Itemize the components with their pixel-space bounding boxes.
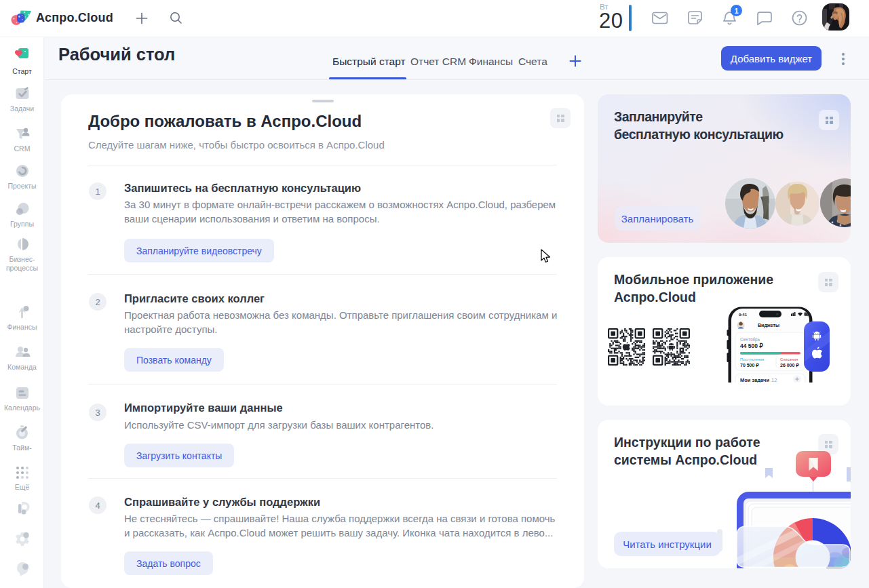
- svg-text:9:41: 9:41: [739, 313, 748, 317]
- svg-text:26 000 ₽: 26 000 ₽: [780, 363, 799, 368]
- svg-text:44 500 ₽: 44 500 ₽: [740, 342, 763, 349]
- svg-text:Виджеты: Виджеты: [758, 323, 779, 328]
- svg-text:12: 12: [771, 377, 777, 383]
- svg-text:70 500 ₽: 70 500 ₽: [740, 363, 759, 368]
- svg-text:Сентябрь: Сентябрь: [740, 337, 760, 342]
- svg-text:Списания: Списания: [780, 357, 798, 361]
- svg-text:Поступления: Поступления: [740, 357, 764, 361]
- svg-text:Мои задачи: Мои задачи: [740, 377, 769, 383]
